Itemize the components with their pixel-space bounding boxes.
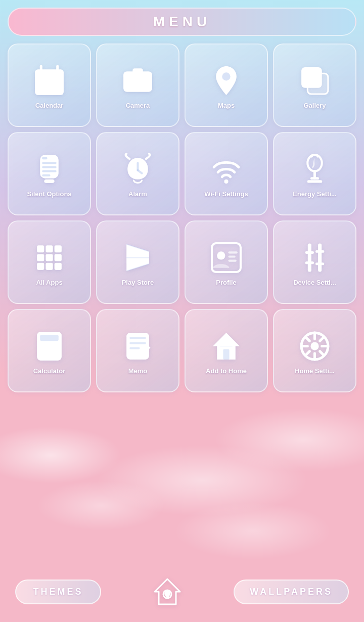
camera-icon: [120, 63, 156, 99]
app-label-alarm: Alarm: [128, 190, 147, 198]
home-center-button[interactable]: [147, 571, 188, 612]
svg-line-75: [305, 337, 309, 341]
svg-rect-37: [46, 254, 53, 261]
app-item-energy[interactable]: Energy Setti...: [273, 132, 356, 215]
svg-rect-36: [37, 254, 44, 261]
bottom-bar: THEMES WALLPAPERS: [0, 571, 364, 612]
svg-rect-35: [55, 245, 62, 252]
addtohome-icon: [209, 329, 244, 364]
svg-point-15: [222, 72, 230, 80]
app-item-profile[interactable]: Profile: [185, 220, 268, 304]
app-item-gallery[interactable]: Gallery: [273, 43, 356, 127]
app-label-silent: Silent Options: [27, 190, 71, 198]
menu-title-bar: MENU: [8, 8, 356, 36]
svg-line-78: [305, 351, 309, 356]
svg-rect-41: [55, 263, 62, 270]
playstore-icon: [120, 240, 156, 276]
svg-point-12: [134, 79, 141, 85]
wallpapers-button[interactable]: WALLPAPERS: [234, 580, 349, 604]
svg-rect-20: [42, 157, 47, 159]
svg-rect-47: [229, 260, 237, 262]
app-label-maps: Maps: [218, 102, 235, 110]
svg-rect-57: [47, 345, 52, 349]
devicesettings-icon: [297, 240, 333, 276]
app-label-playstore: Play Store: [122, 279, 154, 287]
svg-rect-65: [129, 347, 140, 349]
calendar-icon: [32, 63, 67, 99]
alarm-icon: [120, 152, 156, 187]
svg-rect-25: [44, 180, 54, 183]
wifi-icon: [209, 152, 244, 187]
app-label-calculator: Calculator: [33, 367, 66, 375]
svg-rect-22: [42, 166, 56, 168]
svg-rect-62: [126, 333, 149, 360]
app-label-memo: Memo: [128, 367, 148, 375]
svg-rect-46: [229, 256, 236, 258]
svg-rect-45: [229, 252, 238, 254]
svg-rect-24: [42, 174, 50, 176]
svg-rect-13: [132, 68, 143, 73]
svg-line-77: [320, 337, 324, 341]
app-grid: Calendar Camera Maps Gallery: [8, 43, 356, 392]
svg-point-28: [224, 180, 228, 184]
svg-rect-1: [35, 69, 64, 77]
app-item-addtohome[interactable]: Add to Home: [185, 309, 268, 392]
app-item-allapps[interactable]: All Apps: [8, 220, 91, 304]
svg-rect-7: [38, 88, 42, 92]
silent-icon: [32, 152, 67, 187]
energy-icon: [297, 152, 333, 187]
svg-rect-64: [129, 342, 146, 344]
themes-button[interactable]: THEMES: [15, 580, 101, 604]
svg-line-76: [320, 351, 324, 356]
app-label-addtohome: Add to Home: [206, 367, 247, 375]
svg-point-70: [310, 342, 318, 350]
app-item-alarm[interactable]: Alarm: [96, 132, 179, 215]
gallery-icon: [297, 63, 333, 99]
svg-rect-55: [40, 335, 59, 341]
menu-title: MENU: [9, 14, 355, 30]
app-item-camera[interactable]: Camera: [96, 43, 179, 127]
maps-icon: [209, 63, 244, 99]
svg-rect-5: [47, 81, 51, 84]
app-item-playstore[interactable]: Play Store: [96, 220, 179, 304]
profile-icon: [209, 240, 244, 276]
svg-rect-33: [37, 245, 44, 252]
app-label-calendar: Calendar: [35, 102, 64, 110]
svg-point-44: [217, 252, 225, 260]
app-item-memo[interactable]: Memo: [96, 309, 179, 392]
svg-rect-59: [40, 351, 45, 356]
allapps-icon: [32, 240, 67, 276]
app-item-calculator[interactable]: Calculator: [8, 309, 91, 392]
svg-point-18: [305, 71, 311, 77]
svg-rect-39: [37, 263, 44, 270]
homesettings-icon: [297, 329, 333, 364]
app-item-silent[interactable]: Silent Options: [8, 132, 91, 215]
app-label-energy: Energy Setti...: [293, 190, 337, 198]
app-item-maps[interactable]: Maps: [185, 43, 268, 127]
app-label-profile: Profile: [216, 279, 236, 287]
svg-rect-6: [56, 81, 60, 84]
svg-rect-63: [129, 337, 146, 339]
svg-point-14: [146, 74, 149, 77]
app-label-gallery: Gallery: [303, 102, 326, 110]
svg-rect-58: [54, 345, 59, 349]
app-item-calendar[interactable]: Calendar: [8, 43, 91, 127]
svg-rect-23: [42, 170, 56, 172]
memo-icon: [120, 329, 156, 364]
svg-rect-40: [46, 263, 53, 270]
app-label-devicesettings: Device Setti...: [293, 279, 336, 287]
app-label-camera: Camera: [126, 102, 150, 110]
app-item-wifi[interactable]: Wi-Fi Settings: [185, 132, 268, 215]
app-label-allapps: All Apps: [36, 279, 62, 287]
svg-rect-9: [56, 88, 60, 92]
calculator-icon: [32, 329, 67, 364]
svg-rect-34: [46, 245, 53, 252]
svg-rect-60: [47, 351, 52, 356]
svg-rect-56: [40, 345, 45, 349]
app-item-homesettings[interactable]: Home Setti...: [273, 309, 356, 392]
svg-rect-8: [47, 88, 51, 92]
svg-rect-21: [42, 162, 56, 164]
svg-rect-4: [38, 81, 42, 84]
app-item-devicesettings[interactable]: Device Setti...: [273, 220, 356, 304]
svg-point-29: [307, 155, 322, 171]
